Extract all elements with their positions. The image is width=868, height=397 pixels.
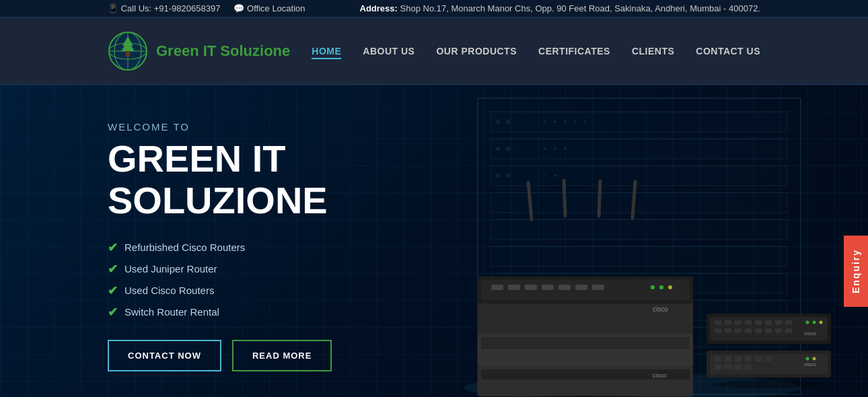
svg-line-39 (632, 182, 635, 218)
svg-rect-9 (491, 112, 787, 132)
enquiry-button[interactable]: Enquiry (844, 236, 868, 307)
svg-point-30 (544, 147, 546, 150)
svg-text:cisco: cisco (804, 330, 817, 336)
svg-point-50 (651, 285, 655, 289)
nav-item-contact[interactable]: CONTACT US (696, 45, 760, 57)
address-value: Shop No.17, Monarch Manor Chs, Opp. 90 F… (400, 3, 760, 13)
nav-link-products[interactable]: OUR PRODUCTS (436, 43, 517, 59)
nav-links: HOME ABOUT US OUR PRODUCTS CERTIFICATES … (312, 45, 760, 57)
svg-point-34 (554, 174, 556, 177)
svg-rect-44 (508, 285, 520, 290)
logo-icon (108, 31, 148, 71)
hero-content: WELCOME TO GREEN IT SOLUZIONE ✔ Refurbis… (0, 121, 332, 371)
navbar: Green IT Soluzione HOME ABOUT US OUR PRO… (0, 17, 868, 85)
svg-rect-71 (735, 328, 742, 333)
svg-rect-90 (725, 365, 731, 369)
svg-rect-64 (745, 320, 752, 325)
nav-item-home[interactable]: HOME (312, 45, 341, 57)
svg-point-94 (806, 357, 809, 361)
hero-title-line1: GREEN IT (108, 137, 285, 180)
svg-point-22 (506, 147, 510, 151)
svg-rect-68 (785, 320, 792, 325)
hero-title: GREEN IT SOLUZIONE (108, 138, 332, 221)
svg-rect-73 (755, 328, 762, 333)
svg-point-29 (584, 120, 587, 123)
nav-link-contact[interactable]: CONTACT US (696, 43, 760, 59)
check-icon-4: ✔ (108, 305, 118, 320)
feature-text-2: Used Juniper Router (124, 263, 217, 275)
feature-list: ✔ Refurbished Cisco Routers ✔ Used Junip… (108, 240, 332, 320)
svg-rect-65 (755, 320, 762, 325)
location-icon: 💬 (233, 3, 244, 13)
svg-rect-67 (775, 320, 782, 325)
svg-rect-43 (491, 285, 503, 290)
svg-line-37 (564, 180, 565, 216)
nav-link-certificates[interactable]: CERTIFICATES (538, 43, 610, 59)
svg-point-97 (713, 380, 821, 388)
location-item[interactable]: 💬 Office Location (233, 3, 305, 13)
hero-product-image: cisco cisco (424, 179, 841, 397)
svg-point-25 (544, 120, 546, 123)
svg-rect-88 (765, 357, 772, 361)
brand-name: Green IT Soluzione (156, 42, 290, 60)
svg-rect-74 (765, 328, 772, 333)
hero-title-line2: SOLUZIONE (108, 179, 328, 221)
nav-item-clients[interactable]: CLIENTS (632, 45, 674, 57)
svg-line-38 (599, 181, 600, 216)
svg-rect-76 (785, 328, 792, 333)
svg-point-31 (554, 147, 556, 150)
svg-rect-46 (542, 285, 554, 290)
svg-point-21 (496, 147, 500, 151)
svg-point-78 (813, 321, 816, 324)
address-label: Address: (360, 3, 398, 13)
phone-icon: 📱 (108, 3, 118, 13)
check-icon-1: ✔ (108, 240, 118, 255)
feature-text-1: Refurbished Cisco Routers (124, 242, 245, 253)
svg-rect-66 (765, 320, 772, 325)
nav-item-products[interactable]: OUR PRODUCTS (436, 45, 517, 57)
location-label: Office Location (247, 3, 305, 13)
svg-point-20 (506, 120, 510, 124)
svg-line-36 (528, 182, 532, 219)
address-area: Address: Shop No.17, Monarch Manor Chs, … (360, 3, 760, 13)
phone-item[interactable]: 📱 Call Us: +91-9820658397 (108, 3, 220, 13)
read-more-button[interactable]: READ MORE (232, 340, 332, 371)
hero-buttons: CONTACT NOW READ MORE (108, 340, 332, 371)
svg-rect-45 (525, 285, 537, 290)
svg-rect-91 (735, 365, 742, 369)
svg-rect-48 (575, 285, 587, 290)
svg-point-23 (496, 174, 500, 178)
hero-section: WELCOME TO GREEN IT SOLUZIONE ✔ Refurbis… (0, 85, 868, 397)
svg-point-24 (506, 174, 510, 178)
check-icon-3: ✔ (108, 283, 118, 298)
nav-item-certificates[interactable]: CERTIFICATES (538, 45, 610, 57)
svg-rect-61 (715, 320, 721, 325)
phone-label: Call Us: +91-9820658397 (121, 3, 221, 13)
svg-point-77 (806, 321, 809, 324)
nav-link-clients[interactable]: CLIENTS (632, 43, 674, 59)
svg-text:cisco: cisco (804, 361, 817, 367)
nav-link-home[interactable]: HOME (312, 43, 341, 59)
svg-point-28 (574, 120, 577, 123)
feature-item-1: ✔ Refurbished Cisco Routers (108, 240, 332, 255)
check-icon-2: ✔ (108, 262, 118, 277)
nav-item-about[interactable]: ABOUT US (363, 45, 414, 57)
svg-point-51 (659, 285, 663, 289)
svg-rect-49 (592, 285, 604, 290)
svg-rect-10 (491, 139, 787, 159)
contact-now-button[interactable]: CONTACT NOW (108, 340, 221, 371)
svg-point-79 (820, 321, 823, 324)
logo-link[interactable]: Green IT Soluzione (108, 31, 290, 71)
svg-rect-87 (755, 357, 762, 361)
svg-rect-69 (715, 328, 721, 333)
svg-point-52 (668, 285, 672, 289)
svg-rect-84 (725, 357, 731, 361)
svg-rect-92 (745, 365, 752, 369)
feature-item-4: ✔ Switch Router Rental (108, 305, 332, 320)
svg-text:cisco: cisco (653, 305, 668, 313)
nav-link-about[interactable]: ABOUT US (363, 43, 414, 59)
devices-svg: cisco cisco (424, 179, 841, 397)
svg-rect-70 (725, 328, 731, 333)
svg-point-33 (544, 174, 546, 177)
svg-rect-47 (558, 285, 571, 290)
